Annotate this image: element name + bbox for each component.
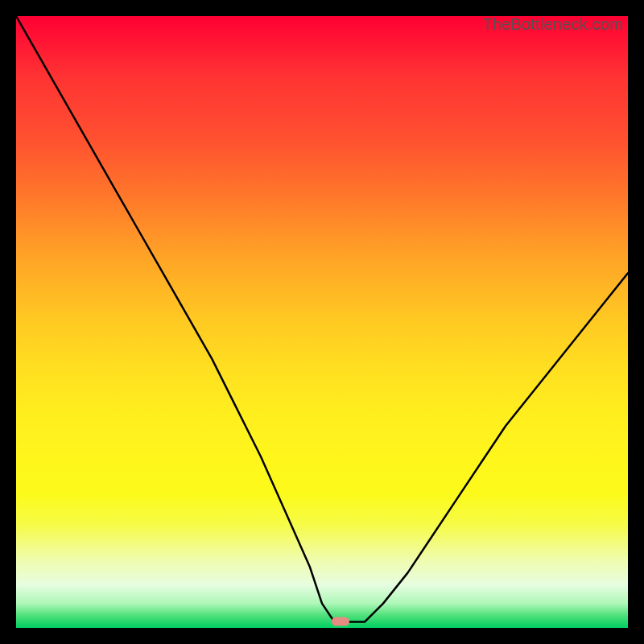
optimal-point-marker bbox=[332, 617, 349, 626]
watermark-text: TheBottleneck.com bbox=[482, 16, 623, 34]
plot-area: TheBottleneck.com bbox=[16, 16, 628, 628]
chart-frame: TheBottleneck.com bbox=[0, 0, 644, 644]
bottleneck-curve bbox=[16, 16, 628, 628]
